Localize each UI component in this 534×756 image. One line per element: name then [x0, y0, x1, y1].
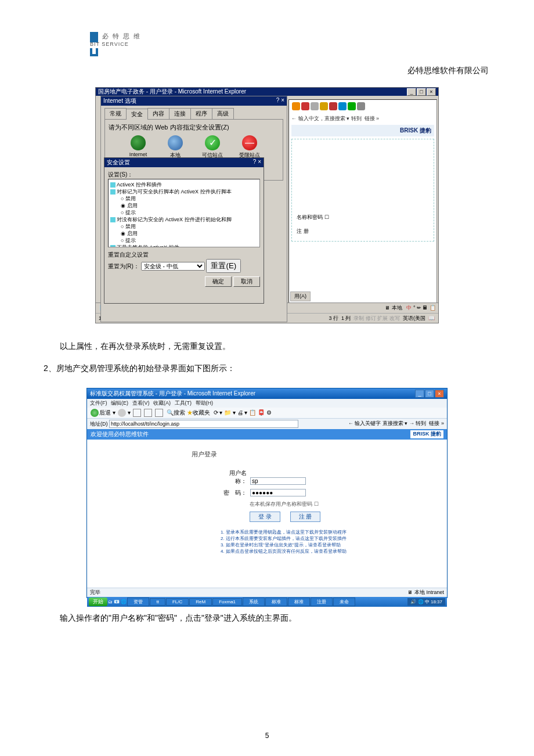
tab-advanced[interactable]: 高级 — [212, 108, 234, 119]
task-item[interactable]: 系统 — [243, 597, 265, 606]
window-buttons: _□× — [414, 390, 444, 398]
reset-button[interactable]: 重置(E) — [206, 259, 241, 273]
maximize-icon[interactable]: □ — [417, 88, 426, 96]
task-item[interactable]: ReM — [189, 598, 212, 606]
login-button[interactable]: 登 录 — [250, 512, 280, 522]
tb-icon[interactable] — [320, 102, 328, 110]
zones-text: 请为不同区域的 Web 内容指定安全设置(Z) — [109, 123, 279, 132]
links-label[interactable]: 链接 — [429, 420, 439, 426]
register-button[interactable]: 注 册 — [290, 512, 321, 522]
body-paragraph-3: 输入操作者的"用户名称"和"密码"，点击"登录"进入系统的主界面。 — [44, 610, 490, 626]
links-label[interactable]: 链接 — [365, 116, 375, 121]
logo-text-en: BIT SERVICE — [90, 41, 141, 47]
window-buttons: _□× — [406, 88, 436, 96]
tab-connections[interactable]: 连接 — [169, 108, 191, 119]
settings-list[interactable]: ActiveX 控件和插件 对标记为可安全执行脚本的 ActiveX 控件执行脚… — [108, 179, 260, 247]
menu-fav[interactable]: 收藏(A) — [153, 400, 171, 406]
minimize-icon[interactable]: _ — [407, 88, 416, 96]
window-titlebar: 标准版交易权属管理系统 - 用户登录 - Microsoft Internet … — [87, 388, 447, 399]
search-hint: ← 输入中文，直接搜索 — [291, 116, 345, 121]
address-input[interactable] — [109, 420, 298, 428]
brisk-label: BRISK 捷豹 — [410, 430, 443, 438]
register-label[interactable]: 注 册 — [297, 228, 309, 235]
back-label[interactable]: 后退 — [99, 409, 111, 416]
body-paragraph-2: 2、房地产交易管理系统的初始登录界面如下图所示： — [44, 360, 490, 376]
menu-edit[interactable]: 编辑(E) — [111, 400, 128, 406]
check-icon — [205, 135, 220, 150]
globe-icon — [131, 135, 146, 150]
address-bar: 地址(D) ← 输入关键字 直接搜索 ▾ → 转到 链接 » — [87, 419, 447, 429]
minimize-icon[interactable]: _ — [415, 390, 424, 398]
stop-icon[interactable] — [133, 409, 141, 417]
security-settings-dialog: 安全设置? × 设置(S)： ActiveX 控件和插件 对标记为可安全执行脚本… — [104, 157, 264, 304]
ie-window-2: 标准版交易权属管理系统 - 用户登录 - Microsoft Internet … — [86, 388, 448, 598]
reset-group: 重置自定义设置 — [108, 251, 260, 259]
login-title: 用户登录 — [192, 450, 348, 459]
task-item[interactable]: 未命 — [333, 597, 355, 606]
remember-label: 名称和密码 ☐ — [297, 214, 329, 221]
task-item[interactable]: FL/C — [166, 598, 189, 606]
fav-label[interactable]: 收藏夹 — [193, 409, 210, 416]
tab-general[interactable]: 常规 — [104, 108, 127, 119]
dialog-close-buttons[interactable]: ? × — [253, 159, 261, 165]
reset-select[interactable]: 安全级 - 中低 — [141, 262, 205, 271]
search-label[interactable]: 搜索 — [174, 409, 185, 416]
address-label: 地址(D) — [90, 421, 108, 427]
home-icon[interactable] — [155, 409, 163, 417]
tab-programs[interactable]: 程序 — [190, 108, 212, 119]
tb-icon[interactable] — [338, 102, 347, 110]
menu-bar: 文件(F) 编辑(E) 查看(V) 收藏(A) 工具(T) 帮助(H) — [87, 399, 447, 408]
login-form: 用户登录 用户名称： 密 码： 在本机保存用户名称和密码 ☐ 登 录 注 册 1… — [192, 450, 348, 555]
task-item[interactable]: 标准 — [265, 597, 287, 606]
menu-tools[interactable]: 工具(T) — [175, 400, 192, 406]
remember-checkbox[interactable]: 在本机保存用户名称和密码 ☐ — [250, 501, 348, 508]
task-item[interactable]: 资管 — [127, 597, 149, 606]
status-right: 🖥 本地 中 ° ✏ 🖩 📋 — [383, 303, 438, 312]
dialog-title: Internet 选项? × — [101, 96, 287, 106]
forward-icon[interactable] — [118, 409, 126, 417]
task-item[interactable]: 注册 — [311, 597, 333, 606]
star-icon[interactable]: ★ — [187, 409, 193, 416]
ok-button[interactable]: 确定 — [205, 276, 232, 287]
menu-help[interactable]: 帮助(H) — [196, 400, 214, 406]
tab-content[interactable]: 内容 — [147, 108, 169, 119]
maximize-icon[interactable]: □ — [425, 390, 434, 398]
tabs: 常规安全内容连接程序高级 — [101, 106, 287, 119]
tb-icon[interactable] — [357, 102, 365, 110]
username-label: 用户名称： — [221, 469, 247, 485]
password-label: 密 码： — [221, 489, 247, 497]
task-item[interactable]: tt — [150, 598, 165, 606]
document-page: 必 特 思 维 BIT SERVICE 必特思维软件有限公司 国房地产电子政务 … — [0, 0, 534, 756]
tb-icon[interactable] — [348, 102, 356, 110]
apply-button-partial[interactable]: 用(A) — [290, 291, 311, 301]
settings-label: 设置(S)： — [108, 171, 260, 179]
cancel-button[interactable]: 取消 — [233, 276, 260, 287]
back-icon[interactable] — [91, 409, 99, 417]
tab-security[interactable]: 安全 — [126, 109, 148, 120]
close-icon[interactable]: × — [435, 390, 444, 398]
reset-label: 重置为(R)： — [108, 263, 139, 269]
username-input[interactable] — [250, 477, 306, 485]
figure-login-page: 标准版交易权属管理系统 - 用户登录 - Microsoft Internet … — [44, 388, 490, 598]
dialog-title: 安全设置? × — [104, 158, 264, 167]
go-button[interactable]: 转到 — [351, 116, 362, 121]
status-zone: 🖥 本地 Intranet — [407, 589, 444, 596]
tb-icon[interactable] — [311, 102, 319, 110]
password-input[interactable] — [250, 489, 306, 496]
start-button[interactable]: 开始 — [89, 597, 107, 606]
go-button[interactable]: 转到 — [416, 420, 426, 426]
close-icon[interactable]: × — [427, 88, 436, 96]
refresh-icon[interactable] — [144, 409, 152, 417]
tb-icon[interactable] — [329, 102, 337, 110]
tb-icon[interactable] — [292, 102, 300, 110]
address-right: ← 输入关键字 直接搜索 ▾ → 转到 链接 » — [348, 420, 444, 427]
brisk-label: BRISK 捷豹 — [291, 125, 434, 136]
menu-view[interactable]: 查看(V) — [132, 400, 150, 406]
task-item[interactable]: 标准 — [288, 597, 310, 606]
dialog-close-buttons[interactable]: ? × — [276, 97, 284, 103]
tb-icon[interactable] — [301, 102, 309, 110]
menu-file[interactable]: 文件(F) — [90, 400, 107, 406]
header-company: 必特思维软件有限公司 — [407, 66, 489, 76]
body-paragraph-1: 以上属性，在再次登录系统时，无需重复设置。 — [44, 338, 490, 354]
task-item[interactable]: Foxma1 — [212, 598, 242, 606]
